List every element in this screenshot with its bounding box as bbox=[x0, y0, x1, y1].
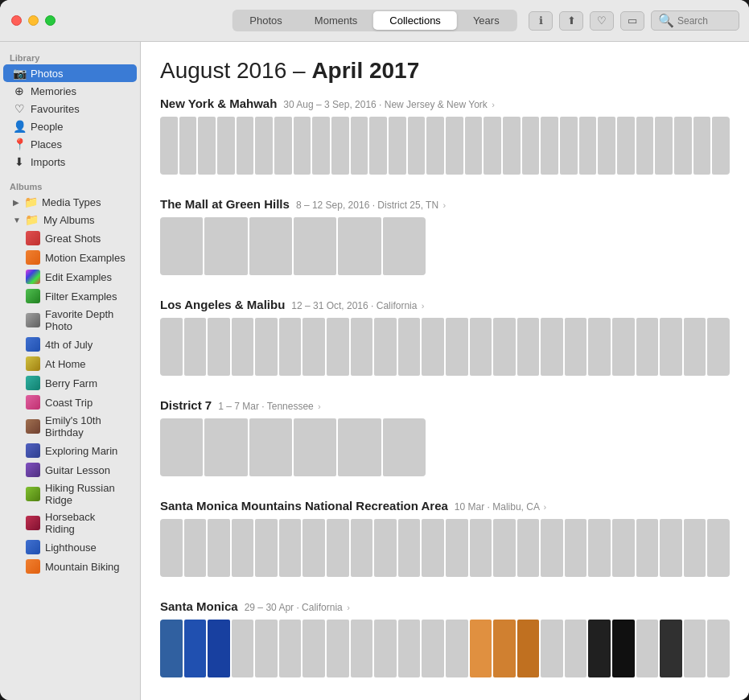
photo-cell bbox=[327, 519, 349, 577]
photo-cell bbox=[232, 318, 254, 376]
sidebar-album-edit-examples[interactable]: Edit Examples bbox=[3, 267, 137, 286]
sidebar-item-memories-label: Memories bbox=[31, 85, 76, 97]
photo-cell bbox=[160, 418, 203, 476]
albums-section-label: Albums bbox=[0, 177, 140, 193]
photo-cell bbox=[470, 318, 492, 376]
chevron-right-icon-6: › bbox=[347, 603, 350, 612]
maximize-button[interactable] bbox=[45, 15, 56, 26]
sidebar-album-great-shots[interactable]: Great Shots bbox=[3, 229, 137, 248]
sidebar-album-horseback-riding[interactable]: Horseback Riding bbox=[3, 509, 137, 537]
album-at-home-label: At Home bbox=[45, 358, 86, 370]
collection-smm-header[interactable]: Santa Monica Mountains National Recreati… bbox=[160, 499, 730, 513]
filter-examples-thumb bbox=[26, 289, 40, 303]
memories-icon: ⊕ bbox=[13, 84, 26, 97]
tab-bar: Photos Moments Collections Years bbox=[232, 10, 516, 31]
sidebar-album-hiking-russian-ridge[interactable]: Hiking Russian Ridge bbox=[3, 480, 137, 509]
photo-cell bbox=[636, 620, 659, 677]
sidebar-album-favorite-depth-photo[interactable]: Favorite Depth Photo bbox=[3, 306, 137, 335]
sidebar-album-coast-trip[interactable]: Coast Trip bbox=[3, 393, 137, 412]
collection-sm-strip[interactable] bbox=[160, 620, 730, 677]
sidebar-album-guitar-lesson[interactable]: Guitar Lesson bbox=[3, 460, 137, 480]
exploring-marin-thumb bbox=[26, 443, 40, 458]
photo-cell bbox=[426, 117, 444, 175]
photo-cell bbox=[707, 620, 730, 677]
photo-cell bbox=[374, 620, 397, 677]
berry-farm-thumb bbox=[26, 376, 40, 390]
photo-cell bbox=[707, 519, 730, 577]
sidebar-album-motion-examples[interactable]: Motion Examples bbox=[3, 248, 137, 267]
collection-new-york-mahwah: New York & Mahwah 30 Aug – 3 Sep, 2016 ·… bbox=[160, 97, 730, 175]
collection-sm-header[interactable]: Santa Monica 29 – 30 Apr · California › bbox=[160, 599, 730, 613]
tab-years[interactable]: Years bbox=[457, 11, 516, 30]
tab-photos[interactable]: Photos bbox=[233, 11, 298, 30]
sidebar-album-berry-farm[interactable]: Berry Farm bbox=[3, 373, 137, 393]
sidebar-group-my-albums[interactable]: ▼ 📁 My Albums bbox=[3, 211, 137, 229]
photo-cell bbox=[684, 318, 706, 376]
photo-cell bbox=[684, 519, 706, 577]
photo-cell bbox=[565, 620, 587, 677]
photo-cell bbox=[484, 117, 501, 175]
photo-cell bbox=[707, 318, 730, 376]
photo-cell bbox=[184, 620, 207, 677]
sidebar-album-emilys-birthday[interactable]: Emily's 10th Birthday bbox=[3, 412, 137, 441]
sidebar-item-places[interactable]: 📍 Places bbox=[3, 135, 137, 153]
chevron-right-icon-3: › bbox=[422, 301, 425, 311]
share-button[interactable]: ⬆ bbox=[559, 11, 583, 31]
sidebar-item-photos[interactable]: 📷 Photos bbox=[3, 64, 137, 82]
minimize-button[interactable] bbox=[28, 15, 39, 26]
search-input[interactable] bbox=[677, 15, 742, 27]
photo-cell bbox=[255, 318, 278, 376]
collection-los-angeles-malibu: Los Angeles & Malibu 12 – 31 Oct, 2016 ·… bbox=[160, 298, 730, 376]
album-mountain-biking-label: Mountain Biking bbox=[45, 561, 120, 573]
close-button[interactable] bbox=[11, 15, 22, 26]
tab-collections[interactable]: Collections bbox=[373, 11, 457, 30]
collection-district-7-meta: 1 – 7 Mar · Tennessee › bbox=[218, 401, 321, 412]
sidebar-album-4th-of-july[interactable]: 4th of July bbox=[3, 335, 137, 354]
slideshow-icon: ▭ bbox=[628, 14, 637, 27]
photo-cell bbox=[302, 318, 325, 376]
collection-district-7-strip[interactable] bbox=[160, 418, 426, 476]
date-range-title: August 2016 – April 2017 bbox=[160, 58, 730, 84]
sidebar-item-people[interactable]: 👤 People bbox=[3, 117, 137, 135]
photo-cell bbox=[693, 117, 711, 175]
photo-cell bbox=[660, 519, 682, 577]
sidebar: Library 📷 Photos ⊕ Memories ♡ Favourites… bbox=[0, 42, 141, 700]
info-button[interactable]: ℹ bbox=[529, 11, 553, 31]
photo-cell bbox=[327, 620, 349, 677]
tab-moments[interactable]: Moments bbox=[298, 11, 373, 30]
guitar-lesson-thumb bbox=[26, 463, 40, 477]
collection-mall-strip[interactable] bbox=[160, 217, 426, 275]
collection-new-york-mahwah-header[interactable]: New York & Mahwah 30 Aug – 3 Sep, 2016 ·… bbox=[160, 97, 730, 110]
collection-new-york-mahwah-meta: 30 Aug – 3 Sep, 2016 · New Jersey & New … bbox=[283, 99, 495, 110]
sidebar-album-filter-examples[interactable]: Filter Examples bbox=[3, 286, 137, 306]
collection-smm-strip[interactable] bbox=[160, 519, 730, 577]
slideshow-button[interactable]: ▭ bbox=[620, 11, 644, 31]
sidebar-album-lighthouse[interactable]: Lighthouse bbox=[3, 537, 137, 557]
photo-cell bbox=[503, 117, 521, 175]
sidebar-album-mountain-biking[interactable]: Mountain Biking bbox=[3, 557, 137, 576]
sidebar-album-exploring-marin[interactable]: Exploring Marin bbox=[3, 441, 137, 460]
album-filter-examples-label: Filter Examples bbox=[45, 290, 117, 303]
sidebar-item-imports[interactable]: ⬇ Imports bbox=[3, 153, 137, 171]
motion-examples-thumb bbox=[26, 250, 40, 265]
sidebar-item-favourites[interactable]: ♡ Favourites bbox=[3, 100, 137, 117]
share-icon: ⬆ bbox=[567, 14, 576, 27]
photo-cell bbox=[684, 620, 706, 677]
photo-cell bbox=[517, 620, 540, 677]
photo-cell bbox=[493, 519, 516, 577]
search-bar[interactable]: 🔍 bbox=[651, 10, 739, 31]
collection-mall-green-hills-header[interactable]: The Mall at Green Hills 8 – 12 Sep, 2016… bbox=[160, 197, 730, 211]
collection-la-strip[interactable] bbox=[160, 318, 730, 376]
collection-district-7-header[interactable]: District 7 1 – 7 Mar · Tennessee › bbox=[160, 398, 730, 412]
collection-la-malibu-header[interactable]: Los Angeles & Malibu 12 – 31 Oct, 2016 ·… bbox=[160, 298, 730, 311]
heart-button[interactable]: ♡ bbox=[590, 11, 614, 31]
album-exploring-marin-label: Exploring Marin bbox=[45, 445, 117, 457]
sidebar-item-memories[interactable]: ⊕ Memories bbox=[3, 82, 137, 100]
photo-cell bbox=[446, 318, 468, 376]
sidebar-album-at-home[interactable]: At Home bbox=[3, 354, 137, 373]
collection-sm-title: Santa Monica bbox=[160, 599, 238, 613]
sidebar-group-media-types[interactable]: ▶ 📁 Media Types bbox=[3, 193, 137, 211]
photo-cell bbox=[274, 117, 292, 175]
photo-cell bbox=[660, 620, 682, 677]
collection-new-york-mahwah-strip[interactable] bbox=[160, 117, 730, 175]
